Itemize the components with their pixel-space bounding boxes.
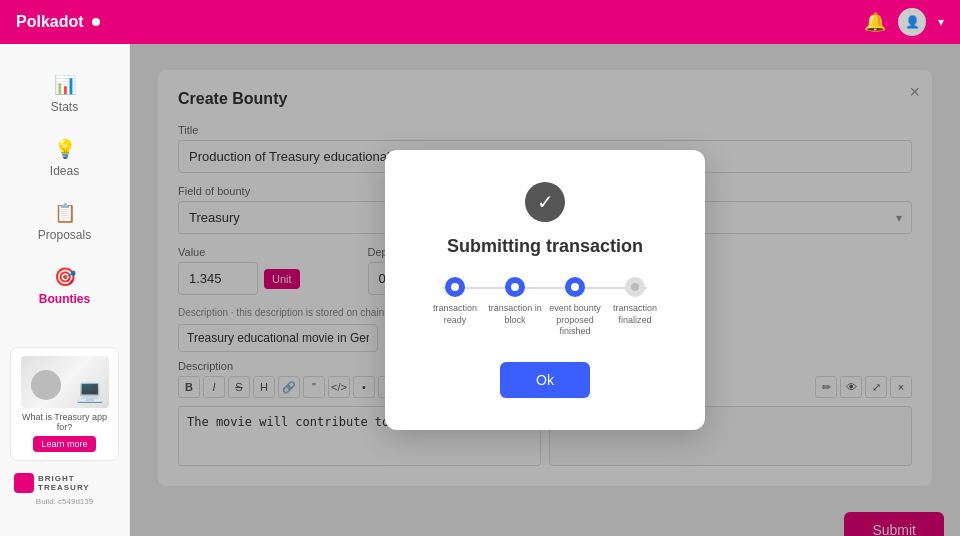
submitting-modal: ✓ Submitting transaction transaction rea… bbox=[385, 150, 705, 430]
step-in-block-dot bbox=[511, 283, 519, 291]
main-layout: 📊 Stats 💡 Ideas 📋 Proposals 🎯 Bounties W… bbox=[0, 44, 960, 536]
modal-overlay: ✓ Submitting transaction transaction rea… bbox=[130, 44, 960, 536]
step-finalized-circle bbox=[625, 277, 645, 297]
stats-icon: 📊 bbox=[54, 74, 76, 96]
step-finalized-label: transaction finalized bbox=[605, 303, 665, 326]
ad-image bbox=[21, 356, 109, 408]
step-event-bounty-label: event bounty proposed finished bbox=[545, 303, 605, 338]
sidebar-item-proposals[interactable]: 📋 Proposals bbox=[0, 192, 129, 252]
modal-check-icon: ✓ bbox=[525, 182, 565, 222]
step-event-bounty: event bounty proposed finished bbox=[545, 277, 605, 338]
step-ready-dot bbox=[451, 283, 459, 291]
proposals-icon: 📋 bbox=[54, 202, 76, 224]
step-event-bounty-dot bbox=[571, 283, 579, 291]
chevron-down-icon[interactable]: ▾ bbox=[938, 15, 944, 29]
logo-dot bbox=[92, 18, 100, 26]
build-version: Build: c549d139 bbox=[10, 497, 119, 506]
sidebar-item-ideas-label: Ideas bbox=[50, 164, 79, 178]
logo-text: Polkadot bbox=[16, 13, 84, 31]
step-finalized: transaction finalized bbox=[605, 277, 665, 326]
modal-title: Submitting transaction bbox=[425, 236, 665, 257]
topnav-right: 🔔 👤 ▾ bbox=[864, 8, 944, 36]
sidebar-item-ideas[interactable]: 💡 Ideas bbox=[0, 128, 129, 188]
main-content: Create Bounty × Title Field of bounty Tr… bbox=[130, 44, 960, 536]
step-in-block-label: transaction in block bbox=[485, 303, 545, 326]
step-finalized-dot bbox=[631, 283, 639, 291]
ok-button[interactable]: Ok bbox=[500, 362, 590, 398]
steps-container: transaction ready transaction in block e… bbox=[425, 277, 665, 338]
notification-icon[interactable]: 🔔 bbox=[864, 11, 886, 33]
bright-logo-icon bbox=[14, 473, 34, 493]
sidebar-item-bounties-label: Bounties bbox=[39, 292, 90, 306]
step-event-bounty-circle bbox=[565, 277, 585, 297]
check-symbol: ✓ bbox=[537, 190, 554, 214]
bright-treasury-brand: BRIGHTTREASURY bbox=[10, 469, 119, 497]
sidebar: 📊 Stats 💡 Ideas 📋 Proposals 🎯 Bounties W… bbox=[0, 44, 130, 536]
step-in-block: transaction in block bbox=[485, 277, 545, 326]
app-logo: Polkadot bbox=[16, 13, 100, 31]
bounties-icon: 🎯 bbox=[54, 266, 76, 288]
sidebar-bottom: What is Treasury app for? Learn more BRI… bbox=[0, 337, 129, 516]
bright-treasury-name: BRIGHTTREASURY bbox=[38, 474, 90, 492]
sidebar-item-stats[interactable]: 📊 Stats bbox=[0, 64, 129, 124]
step-ready: transaction ready bbox=[425, 277, 485, 326]
step-ready-circle bbox=[445, 277, 465, 297]
sidebar-ad: What is Treasury app for? Learn more bbox=[10, 347, 119, 461]
sidebar-item-stats-label: Stats bbox=[51, 100, 78, 114]
learn-more-button[interactable]: Learn more bbox=[33, 436, 95, 452]
user-avatar[interactable]: 👤 bbox=[898, 8, 926, 36]
sidebar-item-proposals-label: Proposals bbox=[38, 228, 91, 242]
sidebar-item-bounties[interactable]: 🎯 Bounties bbox=[0, 256, 129, 316]
step-ready-label: transaction ready bbox=[425, 303, 485, 326]
top-nav: Polkadot 🔔 👤 ▾ bbox=[0, 0, 960, 44]
ad-question: What is Treasury app for? bbox=[19, 412, 110, 432]
ideas-icon: 💡 bbox=[54, 138, 76, 160]
step-in-block-circle bbox=[505, 277, 525, 297]
